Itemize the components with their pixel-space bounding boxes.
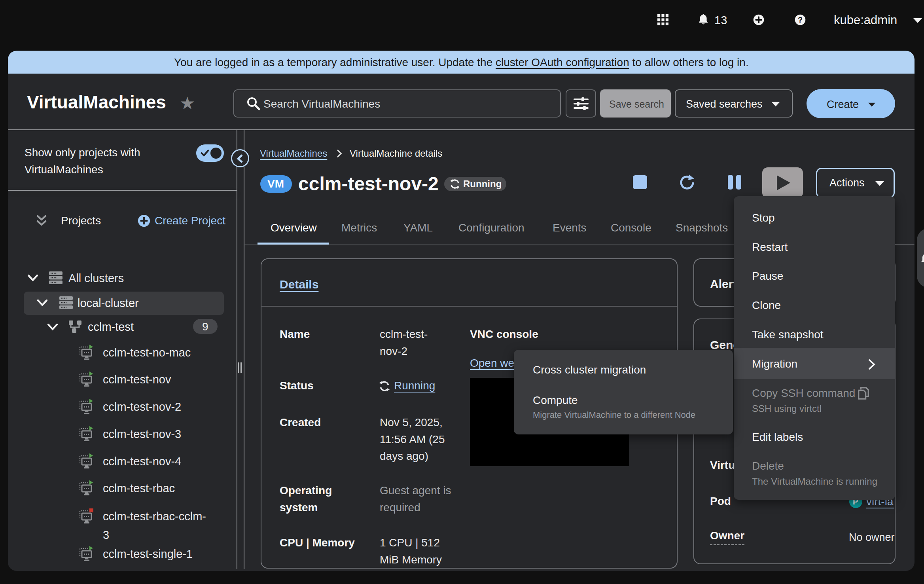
svg-text:?: ? [798,15,803,24]
